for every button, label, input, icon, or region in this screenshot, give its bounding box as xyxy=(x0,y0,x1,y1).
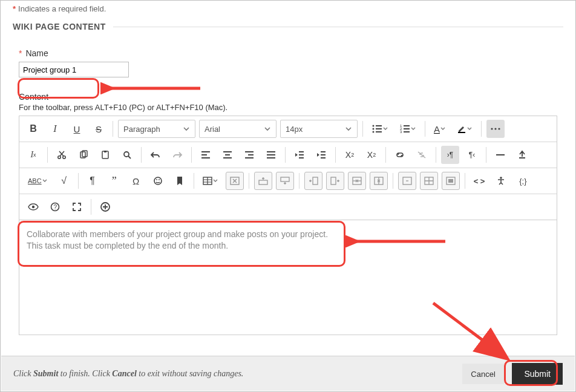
chevron-down-icon xyxy=(345,125,352,132)
paste-button[interactable] xyxy=(96,146,114,164)
redo-button[interactable] xyxy=(168,146,186,164)
svg-rect-30 xyxy=(248,154,254,155)
svg-point-22 xyxy=(124,152,129,157)
attach-button[interactable] xyxy=(513,146,531,164)
editor-content-area[interactable]: Collaborate with members of your project… xyxy=(19,220,557,335)
cell-props-button[interactable] xyxy=(442,172,460,190)
svg-point-42 xyxy=(154,177,162,185)
copy-button[interactable] xyxy=(74,146,93,164)
indent-button[interactable] xyxy=(312,146,330,164)
add-content-button[interactable] xyxy=(96,198,114,216)
rtl-button[interactable]: ¶‹ xyxy=(463,146,481,164)
merge-cells-button[interactable] xyxy=(398,172,416,190)
cancel-button[interactable]: Cancel xyxy=(462,364,503,384)
more-options-button[interactable] xyxy=(486,120,505,138)
delete-col-button[interactable] xyxy=(370,172,388,190)
align-justify-button[interactable] xyxy=(262,146,280,164)
code-block-button[interactable]: {;} xyxy=(514,172,532,190)
svg-rect-1 xyxy=(376,125,382,126)
delete-row-button[interactable] xyxy=(348,172,366,190)
submit-button[interactable]: Submit xyxy=(512,363,563,385)
align-right-button[interactable] xyxy=(240,146,258,164)
undo-button[interactable] xyxy=(146,146,165,164)
special-char-button[interactable]: Ω xyxy=(127,172,145,190)
clear-format-button[interactable]: Ix xyxy=(24,146,42,164)
superscript-button[interactable]: X2 xyxy=(341,146,359,164)
insert-row-below-button[interactable] xyxy=(276,172,294,190)
required-field-note: *Indicates a required field. xyxy=(13,1,563,22)
split-cells-button[interactable] xyxy=(420,172,438,190)
svg-rect-49 xyxy=(313,177,318,185)
svg-rect-31 xyxy=(245,157,254,158)
numbered-list-button[interactable]: 123 xyxy=(396,120,420,138)
subscript-button[interactable]: X2 xyxy=(362,146,381,164)
strikethrough-button[interactable]: S xyxy=(90,120,108,138)
fullscreen-button[interactable] xyxy=(68,198,86,216)
svg-rect-40 xyxy=(321,157,326,158)
svg-rect-21 xyxy=(104,151,106,152)
underline-button[interactable]: U xyxy=(68,120,86,138)
find-button[interactable] xyxy=(118,146,136,164)
section-title: WIKI PAGE CONTENT xyxy=(13,22,563,31)
unlink-button[interactable] xyxy=(413,146,431,164)
align-center-button[interactable] xyxy=(218,146,237,164)
chevron-down-icon xyxy=(264,125,271,132)
editor-line: This task must be completed by the end o… xyxy=(27,240,549,252)
footer-instructions: Click Submit to finish. Click Cancel to … xyxy=(13,369,243,379)
font-size-select[interactable]: 14px xyxy=(280,120,358,138)
svg-point-4 xyxy=(373,131,375,133)
svg-rect-36 xyxy=(299,154,304,155)
insert-row-above-button[interactable] xyxy=(254,172,272,190)
editor-line: Collaborate with members of your project… xyxy=(27,229,549,240)
table-button[interactable] xyxy=(199,172,222,190)
math-button[interactable]: √ xyxy=(55,172,73,190)
svg-text:3: 3 xyxy=(400,130,402,134)
toolbar-hint: For the toolbar, press ALT+F10 (PC) or A… xyxy=(19,103,563,112)
link-button[interactable] xyxy=(391,146,409,164)
help-button[interactable]: ? xyxy=(46,198,64,216)
preview-button[interactable] xyxy=(24,198,42,216)
block-format-select[interactable]: Paragraph xyxy=(118,120,195,138)
font-family-select[interactable]: Arial xyxy=(199,120,277,138)
text-color-button[interactable]: A xyxy=(430,120,450,138)
bullet-list-button[interactable] xyxy=(368,120,392,138)
accessibility-button[interactable] xyxy=(492,172,510,190)
content-label: Content xyxy=(19,92,563,102)
svg-rect-23 xyxy=(201,151,210,152)
svg-rect-33 xyxy=(267,154,275,155)
svg-rect-24 xyxy=(201,154,207,155)
svg-rect-25 xyxy=(201,157,210,158)
italic-button[interactable]: I xyxy=(46,120,64,138)
highlight-color-button[interactable] xyxy=(453,120,476,138)
svg-rect-34 xyxy=(267,157,275,158)
svg-text:?: ? xyxy=(54,204,57,211)
svg-point-43 xyxy=(156,179,157,180)
name-input[interactable] xyxy=(19,62,129,77)
chevron-down-icon xyxy=(183,125,190,132)
code-view-button[interactable]: < > xyxy=(470,172,489,190)
svg-rect-27 xyxy=(225,154,230,155)
ltr-button[interactable]: ›¶ xyxy=(441,146,459,164)
svg-rect-38 xyxy=(321,151,326,152)
svg-rect-28 xyxy=(223,157,232,158)
svg-rect-9 xyxy=(404,128,410,129)
insert-col-left-button[interactable] xyxy=(304,172,322,190)
bold-button[interactable]: B xyxy=(24,120,42,138)
cut-button[interactable] xyxy=(53,146,71,164)
svg-point-0 xyxy=(373,125,375,127)
svg-rect-48 xyxy=(281,177,289,181)
blockquote-button[interactable]: ” xyxy=(105,172,123,190)
insert-col-right-button[interactable] xyxy=(326,172,344,190)
footer-bar: Click Submit to finish. Click Cancel to … xyxy=(1,356,575,391)
delete-table-button[interactable] xyxy=(226,172,244,190)
paragraph-mark-button[interactable]: ¶ xyxy=(83,172,102,190)
bookmark-button[interactable] xyxy=(171,172,189,190)
emoji-button[interactable] xyxy=(149,172,167,190)
svg-rect-32 xyxy=(267,151,275,152)
horizontal-rule-button[interactable] xyxy=(491,146,509,164)
svg-point-44 xyxy=(159,179,160,180)
outdent-button[interactable] xyxy=(290,146,309,164)
align-left-button[interactable] xyxy=(197,146,215,164)
svg-rect-35 xyxy=(299,151,304,152)
spellcheck-button[interactable]: ABC xyxy=(24,172,51,190)
